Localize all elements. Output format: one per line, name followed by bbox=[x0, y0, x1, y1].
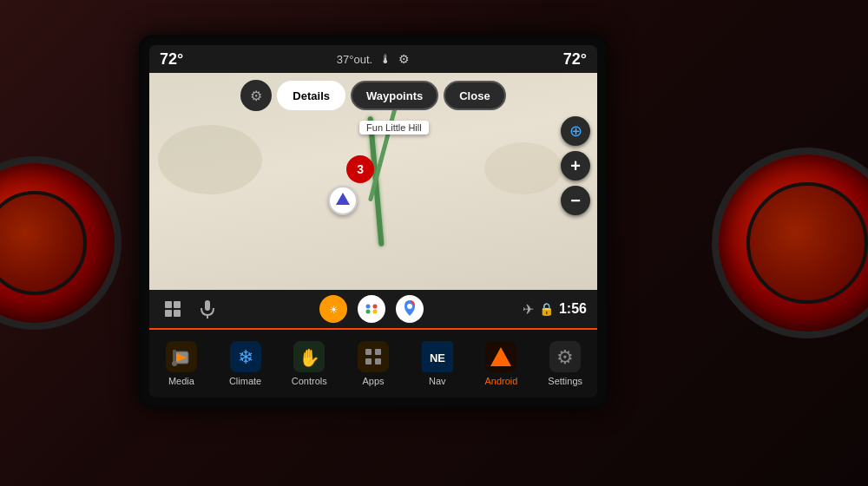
svg-point-10 bbox=[372, 305, 377, 309]
waze-icon[interactable]: ☀ bbox=[319, 295, 347, 323]
svg-rect-22 bbox=[365, 358, 372, 364]
nav-item-controls[interactable]: ✋ Controls bbox=[277, 338, 341, 390]
map-bottom-bar: ☀ bbox=[149, 290, 597, 328]
scene: 72° 37°out. 🌡 ⚙ 72° bbox=[0, 0, 868, 486]
svg-marker-25 bbox=[490, 347, 511, 366]
settings-icon: ⚙ bbox=[549, 341, 581, 372]
settings-label: Settings bbox=[548, 376, 582, 386]
nav-item-climate[interactable]: ❄ Climate bbox=[214, 338, 278, 390]
nav-icon: NE bbox=[422, 341, 453, 372]
svg-point-11 bbox=[365, 310, 370, 314]
nav-item-android[interactable]: Android bbox=[470, 338, 534, 390]
nav-item-apps[interactable]: Apps bbox=[341, 338, 405, 390]
apps-icon bbox=[358, 341, 389, 372]
svg-point-9 bbox=[365, 305, 370, 309]
svg-text:✋: ✋ bbox=[299, 347, 320, 368]
flight-icon: ✈ bbox=[523, 301, 534, 318]
map-right-controls: ⊕ + − bbox=[561, 116, 590, 215]
right-vent-inner bbox=[746, 182, 868, 304]
android-label: Android bbox=[484, 376, 517, 386]
map-area: ⚙ Details Waypoints Close Fun Little Hil… bbox=[149, 73, 597, 290]
svg-rect-4 bbox=[205, 300, 210, 311]
media-label: Media bbox=[168, 376, 194, 386]
screen-bezel: 72° 37°out. 🌡 ⚙ 72° bbox=[139, 35, 608, 408]
svg-rect-2 bbox=[165, 310, 172, 317]
terrain-patch2 bbox=[484, 142, 562, 194]
svg-rect-21 bbox=[375, 349, 381, 355]
map-bottom-right: ✈ 🔒 1:56 bbox=[523, 301, 587, 318]
compass-button[interactable]: ⊕ bbox=[561, 116, 590, 146]
svg-rect-1 bbox=[174, 301, 181, 308]
nav-item-nav[interactable]: NE Nav bbox=[405, 338, 470, 390]
svg-point-12 bbox=[372, 310, 377, 314]
temp-left: 72° bbox=[160, 50, 183, 69]
nav-marker-circle: 3 bbox=[346, 155, 374, 183]
climate-label: Climate bbox=[229, 376, 261, 386]
apps-label: Apps bbox=[362, 376, 384, 386]
infotainment-screen: 72° 37°out. 🌡 ⚙ 72° bbox=[149, 45, 597, 397]
svg-point-14 bbox=[407, 304, 412, 309]
android-icon bbox=[485, 341, 516, 372]
google-icon[interactable] bbox=[358, 295, 385, 323]
svg-text:☀: ☀ bbox=[328, 304, 338, 316]
svg-rect-23 bbox=[375, 358, 381, 364]
svg-text:❄: ❄ bbox=[238, 346, 253, 368]
svg-rect-0 bbox=[165, 301, 172, 308]
temp-right: 72° bbox=[563, 50, 587, 69]
arrow-shape bbox=[336, 193, 350, 205]
location-label: Fun Little Hill bbox=[359, 121, 429, 135]
right-vent bbox=[712, 148, 868, 338]
zoom-in-button[interactable]: + bbox=[561, 151, 590, 181]
controls-icon: ✋ bbox=[293, 341, 325, 372]
status-bar: 72° 37°out. 🌡 ⚙ 72° bbox=[149, 45, 597, 73]
zoom-out-button[interactable]: − bbox=[561, 186, 590, 215]
map-bottom-center: ☀ bbox=[319, 295, 424, 323]
svg-point-8 bbox=[363, 300, 380, 318]
grid-icon[interactable] bbox=[160, 296, 186, 322]
controls-label: Controls bbox=[292, 376, 327, 386]
nav-item-settings[interactable]: ⚙ Settings bbox=[533, 338, 597, 390]
details-button[interactable]: Details bbox=[277, 81, 345, 110]
waypoints-button[interactable]: Waypoints bbox=[351, 81, 438, 110]
gear-icon: ⚙ bbox=[250, 88, 262, 104]
google-maps-icon[interactable] bbox=[396, 295, 424, 323]
clock-display: 1:56 bbox=[559, 301, 587, 317]
svg-text:⚙: ⚙ bbox=[556, 346, 574, 368]
heat-icon: 🌡 bbox=[379, 52, 391, 66]
nav-item-media[interactable]: Media bbox=[149, 338, 214, 390]
settings-icon-status: ⚙ bbox=[398, 52, 410, 66]
left-vent bbox=[0, 156, 122, 330]
microphone-icon[interactable] bbox=[194, 296, 220, 322]
svg-text:NE: NE bbox=[430, 351, 445, 364]
nav-marker: 3 bbox=[346, 155, 374, 183]
plus-icon: + bbox=[570, 156, 581, 176]
map-bottom-left bbox=[160, 296, 220, 322]
compass-icon: ⊕ bbox=[569, 122, 582, 141]
bottom-nav: Media ❄ Climate ✋ bbox=[149, 328, 597, 397]
close-button[interactable]: Close bbox=[444, 81, 505, 110]
svg-rect-20 bbox=[365, 349, 372, 355]
svg-rect-3 bbox=[174, 310, 181, 317]
lock-icon: 🔒 bbox=[539, 302, 554, 316]
outside-temp: 37°out. bbox=[337, 53, 372, 66]
settings-map-button[interactable]: ⚙ bbox=[240, 80, 272, 111]
terrain-patch bbox=[158, 125, 262, 194]
minus-icon: − bbox=[570, 191, 581, 211]
map-toolbar: ⚙ Details Waypoints Close bbox=[149, 80, 597, 111]
nav-label: Nav bbox=[429, 376, 446, 386]
svg-point-17 bbox=[172, 361, 177, 366]
media-icon bbox=[166, 341, 197, 372]
status-center: 37°out. 🌡 ⚙ bbox=[337, 52, 410, 66]
left-vent-inner bbox=[0, 191, 87, 295]
climate-icon: ❄ bbox=[230, 341, 261, 372]
